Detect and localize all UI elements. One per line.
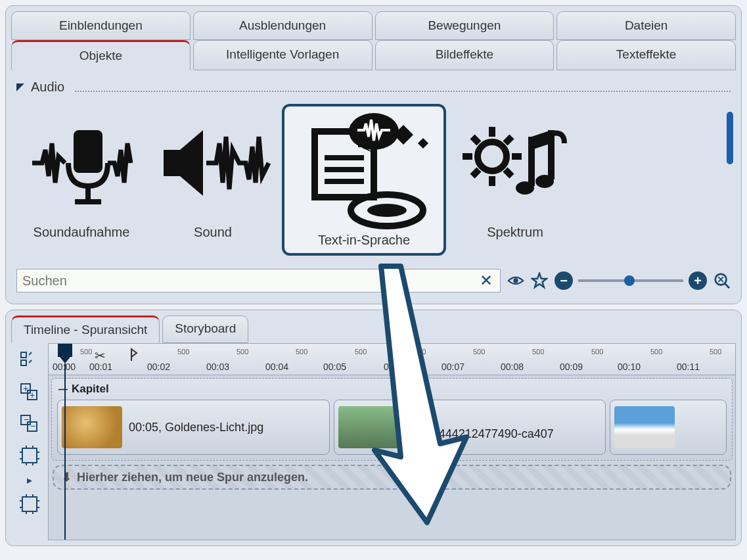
svg-line-14 <box>472 137 479 143</box>
clips-row: 00:05, Goldenes-Licht.jpg 05hoto-1444212… <box>55 397 729 457</box>
clip-item[interactable]: 05hoto-1444212477490-ca407 <box>334 400 606 455</box>
svg-point-8 <box>367 204 407 217</box>
playhead-line <box>64 363 66 540</box>
svg-line-27 <box>29 352 32 355</box>
tab-dateien[interactable]: Dateien <box>556 11 736 40</box>
objects-row: Soundaufnahme Sound <box>11 99 736 261</box>
playhead-icon[interactable] <box>58 344 72 357</box>
svg-line-28 <box>29 360 32 363</box>
tick-label: 00:05 <box>323 362 346 372</box>
chapter-label: Kapitel <box>72 383 109 396</box>
tab-timeline[interactable]: Timeline - Spuransicht <box>11 315 160 343</box>
svg-rect-38 <box>22 497 37 511</box>
search-toolbar: ✕ − + <box>16 269 731 292</box>
svg-text:−: − <box>30 421 35 431</box>
down-arrow-icon: ⬇ <box>62 470 72 484</box>
svg-text:+: + <box>30 390 35 400</box>
clip-text: 05hoto-1444212477490-ca407 <box>405 413 554 441</box>
speaker-waveform-icon <box>150 104 275 222</box>
svg-rect-0 <box>74 130 102 173</box>
text-to-speech-icon <box>290 112 438 230</box>
expand-icon[interactable]: ▸ <box>17 475 42 485</box>
drop-zone[interactable]: ⬇ Hierher ziehen, um neue Spur anzulegen… <box>53 465 731 490</box>
chapter-header[interactable]: — Kapitel <box>55 381 729 397</box>
tab-texteffekte[interactable]: Texteffekte <box>556 40 736 70</box>
search-box[interactable]: ✕ <box>16 269 501 292</box>
eye-icon[interactable] <box>507 272 524 289</box>
clip-text: 00:05, Goldenes-Licht.jpg <box>129 421 263 434</box>
svg-point-18 <box>516 181 534 195</box>
top-tabs-row2: Objekte Intelligente Vorlagen Bildeffekt… <box>11 40 736 70</box>
zoom-plus-button[interactable]: + <box>689 271 707 290</box>
search-input[interactable] <box>22 273 478 289</box>
crop-in-icon[interactable] <box>17 443 42 468</box>
bottom-tabs: Timeline - Spuransicht Storyboard <box>11 315 736 343</box>
tab-ausblendungen[interactable]: Ausblendungen <box>193 11 373 40</box>
object-label: Sound <box>150 225 275 240</box>
timeline-body: ++ −− ▸ ✂ 00:00 00:01 00:02 00:03 00:04 … <box>11 343 736 540</box>
object-soundaufnahme[interactable]: Soundaufnahme <box>19 104 144 256</box>
object-sound[interactable]: Sound <box>150 104 275 256</box>
tick-label: 00:00 <box>53 362 76 372</box>
star-icon[interactable] <box>531 272 548 289</box>
drop-zone-label: Hierher ziehen, um neue Spur anzulegen. <box>77 471 308 484</box>
slider-thumb[interactable] <box>624 275 635 286</box>
svg-line-15 <box>505 170 512 176</box>
tab-einblendungen[interactable]: Einblendungen <box>11 11 191 40</box>
svg-line-17 <box>505 137 512 143</box>
marker-flag-icon[interactable] <box>130 348 143 363</box>
object-text-in-sprache[interactable]: Text-in-Sprache <box>282 104 446 256</box>
collapse-triangle-icon[interactable] <box>16 83 24 91</box>
svg-point-19 <box>535 175 554 188</box>
clip-item[interactable] <box>610 400 727 455</box>
svg-point-20 <box>513 278 518 283</box>
tab-bewegungen[interactable]: Bewegungen <box>375 11 555 40</box>
tab-objekte[interactable]: Objekte <box>11 40 191 70</box>
time-ruler[interactable]: ✂ 00:00 00:01 00:02 00:03 00:04 00:05 00… <box>49 344 735 375</box>
top-tabs-row1: Einblendungen Ausblendungen Bewegungen D… <box>11 11 736 40</box>
chapter-collapse-icon[interactable]: — <box>58 384 68 394</box>
tab-storyboard[interactable]: Storyboard <box>162 315 248 343</box>
svg-rect-2 <box>75 199 101 204</box>
vertical-scrollbar[interactable] <box>727 112 733 164</box>
timeline-tools: ++ −− ▸ <box>11 343 48 540</box>
crop-out-icon[interactable] <box>17 492 42 517</box>
zoom-fit-icon[interactable] <box>713 272 731 289</box>
object-spektrum[interactable]: Spektrum <box>453 104 577 256</box>
effects-panel: Einblendungen Ausblendungen Bewegungen D… <box>5 5 742 304</box>
add-track-icon[interactable]: ++ <box>17 380 42 405</box>
tick-label: 00:02 <box>147 362 170 372</box>
zoom-slider[interactable]: − + <box>555 271 707 290</box>
slider-track[interactable] <box>578 279 683 282</box>
timeline-main[interactable]: ✂ 00:00 00:01 00:02 00:03 00:04 00:05 00… <box>48 343 736 540</box>
svg-rect-1 <box>85 186 91 199</box>
clip-thumbnail <box>62 406 122 448</box>
section-header[interactable]: Audio <box>16 80 731 95</box>
spectrum-icon <box>453 104 577 222</box>
section-title: Audio <box>31 80 64 95</box>
tick-label: 00:07 <box>441 362 464 372</box>
tick-label: 00:08 <box>501 362 524 372</box>
chapter-track[interactable]: — Kapitel 00:05, Goldenes-Licht.jpg 05ho… <box>51 378 733 461</box>
remove-track-icon[interactable]: −− <box>17 411 42 436</box>
track-options-icon[interactable] <box>17 348 42 373</box>
svg-rect-26 <box>21 360 26 365</box>
tick-label: 00:03 <box>206 362 229 372</box>
clip-thumbnail <box>614 406 675 448</box>
timeline-panel: Timeline - Spuransicht Storyboard ++ −− … <box>5 310 742 546</box>
clip-thumbnail <box>338 406 399 448</box>
tab-bildeffekte[interactable]: Bildeffekte <box>375 40 555 70</box>
tick-label: 00:06 <box>384 362 407 372</box>
svg-point-9 <box>478 142 507 171</box>
tick-label: 00:04 <box>265 362 288 372</box>
object-label: Text-in-Sprache <box>290 233 438 248</box>
tick-label: 00:11 <box>677 362 700 372</box>
section-dots <box>75 91 731 92</box>
tick-label: 00:01 <box>89 362 112 372</box>
object-label: Soundaufnahme <box>19 225 144 240</box>
object-label: Spektrum <box>453 225 577 240</box>
tab-vorlagen[interactable]: Intelligente Vorlagen <box>193 40 373 70</box>
clear-icon[interactable]: ✕ <box>478 272 495 289</box>
zoom-minus-button[interactable]: − <box>555 271 573 290</box>
clip-item[interactable]: 00:05, Goldenes-Licht.jpg <box>57 400 330 455</box>
